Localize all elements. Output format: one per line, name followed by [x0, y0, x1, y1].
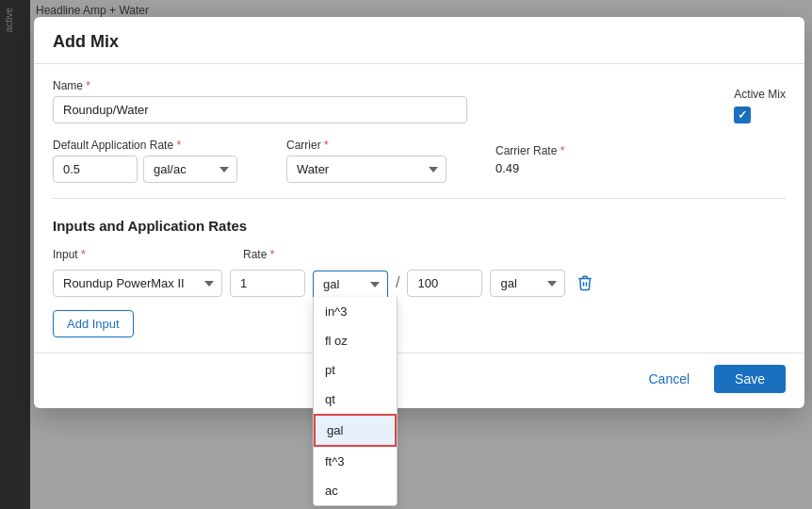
- rate-label: Rate *: [243, 248, 274, 261]
- rate-unit-select[interactable]: gal: [313, 271, 388, 297]
- carrier-label: Carrier *: [286, 139, 447, 152]
- name-group: Name *: [53, 79, 467, 123]
- rate-unit-dropdown-menu: in^3 fl oz pt qt gal ft^3 ac: [313, 297, 398, 506]
- save-button[interactable]: Save: [714, 365, 786, 393]
- rate-value-input[interactable]: [230, 270, 305, 297]
- add-mix-modal: Add Mix Name * Active Mix Default Applic…: [34, 17, 804, 408]
- name-label: Name *: [53, 79, 467, 92]
- active-mix-checkbox[interactable]: [734, 107, 751, 123]
- rate-label-group: Rate *: [243, 247, 274, 261]
- inputs-section-title: Inputs and Application Rates: [53, 212, 786, 234]
- inputs-header-row: Input * Rate *: [53, 247, 786, 261]
- dropdown-item-in3[interactable]: in^3: [314, 297, 397, 326]
- modal-title: Add Mix: [53, 32, 119, 51]
- modal-body: Name * Active Mix Default Application Ra…: [34, 64, 804, 353]
- dropdown-item-floz[interactable]: fl oz: [314, 326, 397, 355]
- slash-separator: /: [396, 274, 399, 297]
- delete-input-button[interactable]: [573, 269, 597, 297]
- dropdown-item-ft3[interactable]: ft^3: [314, 447, 397, 476]
- dropdown-item-gal[interactable]: gal: [314, 414, 397, 447]
- app-rate-unit-select[interactable]: gal/ac oz/ac lb/ac L/ac: [143, 156, 237, 183]
- carrier-rate-label: Carrier Rate *: [495, 144, 564, 157]
- input-rate-row: Roundup PowerMax II Other gal in^3 fl oz…: [53, 269, 786, 297]
- modal-footer: Cancel Save: [34, 353, 804, 408]
- dropdown-item-ac[interactable]: ac: [314, 476, 397, 505]
- app-rate-input[interactable]: [53, 156, 138, 183]
- active-mix-group: Active Mix: [734, 88, 786, 123]
- cancel-button[interactable]: Cancel: [633, 365, 705, 393]
- carrier-group: Carrier * Water Diesel Other: [286, 139, 447, 183]
- denom-value-input[interactable]: [407, 270, 482, 297]
- input-label: Input *: [53, 248, 222, 261]
- carrier-rate-value: 0.49: [495, 161, 564, 183]
- app-rate-row: Default Application Rate * gal/ac oz/ac …: [53, 139, 786, 183]
- app-rate-label: Default Application Rate *: [53, 139, 237, 152]
- dropdown-item-qt[interactable]: qt: [314, 385, 397, 414]
- modal-header: Add Mix: [34, 17, 804, 64]
- carrier-rate-group: Carrier Rate * 0.49: [495, 144, 564, 183]
- input-select[interactable]: Roundup PowerMax II Other: [53, 270, 222, 297]
- add-input-button[interactable]: Add Input: [53, 310, 134, 337]
- rate-unit-dropdown-container: gal in^3 fl oz pt qt gal ft^3 ac: [313, 271, 388, 297]
- dropdown-item-pt[interactable]: pt: [314, 355, 397, 385]
- active-mix-label: Active Mix: [734, 88, 786, 101]
- carrier-select[interactable]: Water Diesel Other: [286, 156, 447, 183]
- denom-unit-select[interactable]: gal L ac: [490, 270, 565, 297]
- name-row: Name * Active Mix: [53, 79, 786, 123]
- inputs-section: Inputs and Application Rates Input * Rat…: [53, 198, 786, 337]
- name-input[interactable]: [53, 96, 467, 123]
- input-group: Input *: [53, 248, 222, 261]
- app-rate-group: Default Application Rate * gal/ac oz/ac …: [53, 139, 237, 183]
